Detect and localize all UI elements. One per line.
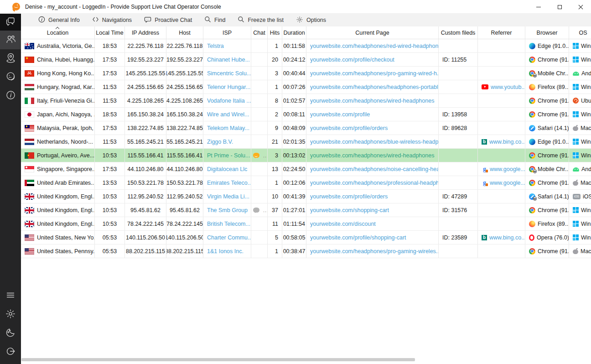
sidebar-item-chats[interactable]: [0, 14, 21, 31]
column-header-custom-fileds[interactable]: Custom fileds: [439, 26, 478, 39]
current-page-link[interactable]: yourwebsite.com/discount: [310, 221, 376, 227]
column-header-referrer[interactable]: Referrer: [478, 26, 525, 39]
close-button[interactable]: [570, 0, 591, 14]
table-row[interactable]: Hong Kong, Hong Ko...17:53145.255.125.55…: [21, 67, 591, 80]
isp-link[interactable]: Vodafone Italia ...: [207, 98, 251, 104]
column-header-local-time[interactable]: Local Time: [95, 26, 125, 39]
chat-cell: [251, 108, 268, 121]
current-page-link[interactable]: yourwebsite.com/headphones/wired-headpho…: [310, 152, 434, 159]
sidebar-item-menu[interactable]: [0, 286, 21, 305]
duration-cell: 01:02:57: [282, 94, 306, 107]
sidebar-item-settings-gear[interactable]: [0, 305, 21, 324]
table-row[interactable]: Singapore, Singapore...17:5344.110.246.8…: [21, 162, 591, 176]
location-text: China, Hubei, Huangg...: [37, 57, 95, 63]
current-page-link[interactable]: yourwebsite.com/headphones/pro-gaming-wi…: [310, 70, 439, 77]
table-row[interactable]: Netherlands, Noord-...11:5355.165.245.21…: [21, 135, 591, 149]
table-row[interactable]: Italy, Friuli-Venezia Gi...11:534.225.10…: [21, 94, 591, 108]
isp-link[interactable]: The Smb Group: [207, 207, 248, 213]
minimize-button[interactable]: [528, 0, 549, 14]
current-page-link[interactable]: yourwebsite.com/headphones/pro-gaming-wi…: [310, 248, 439, 255]
table-row[interactable]: China, Hubei, Huangg...17:53192.55.23.22…: [21, 53, 591, 67]
sidebar-item-info[interactable]: [0, 87, 21, 105]
table-header: LocationLocal TimeIP AddressHostISPChatH…: [21, 26, 591, 39]
isp-link[interactable]: Ziggo B.V.: [207, 139, 233, 145]
sidebar-item-dark-mode-moon[interactable]: [0, 324, 21, 343]
column-header-current-page[interactable]: Current Page: [306, 26, 439, 39]
location-text: Malaysia, Perak, Ipoh, ...: [37, 125, 95, 131]
column-header-chat[interactable]: Chat: [251, 26, 268, 39]
current-page-link[interactable]: yourwebsite.com/headphones/headphones-po…: [310, 84, 439, 90]
isp-link[interactable]: Telenor Hungar...: [207, 84, 250, 90]
current-page-link[interactable]: yourwebsite.com/profile/shopping-cart: [310, 234, 406, 241]
referrer-link[interactable]: www.bing.co...: [489, 234, 525, 241]
location-text: United States, Pennsy...: [37, 248, 95, 255]
column-header-browser[interactable]: Browser: [525, 26, 569, 39]
table-row[interactable]: Hungary, Nograd, Kar...11:5324.255.156.6…: [21, 80, 591, 94]
current-page-link[interactable]: yourwebsite.com/headphones/blue-wireless…: [310, 139, 439, 145]
maximize-button[interactable]: [549, 0, 570, 14]
current-page-link[interactable]: yourwebsite.com/profile/orders: [310, 125, 388, 131]
isp-link[interactable]: Digitalocean Llc: [207, 166, 247, 172]
table-row[interactable]: Australia, Victoria, Ge...18:5322.225.76…: [21, 39, 591, 53]
column-header-host[interactable]: Host: [166, 26, 203, 39]
isp-link[interactable]: 1&1 Ionos Inc.: [207, 248, 244, 255]
column-header-hits[interactable]: Hits: [268, 26, 282, 39]
ip-address-cell: 112.95.240.52: [125, 190, 166, 203]
toolbar-item-general-info[interactable]: General Info: [38, 16, 80, 24]
table-row[interactable]: United States, New Yo...05:53140.115.206…: [21, 231, 591, 244]
column-header-location[interactable]: Location: [21, 26, 95, 39]
referrer-link[interactable]: www.google...: [490, 180, 525, 186]
column-header-duration[interactable]: Duration: [282, 26, 306, 39]
referrer-link[interactable]: www.google...: [490, 166, 525, 172]
current-page-link[interactable]: yourwebsite.com/headphones/red-wired-hea…: [310, 43, 439, 49]
toolbar-item-options[interactable]: Options: [296, 16, 326, 25]
os-text: iOS: [583, 193, 591, 200]
current-page-link[interactable]: yourwebsite.com/profile/orders: [310, 193, 388, 200]
column-header-ip-address[interactable]: IP Address: [125, 26, 166, 39]
toolbar-item-find[interactable]: Find: [204, 16, 225, 24]
isp-link[interactable]: Pt Prime - Solu...: [207, 152, 250, 159]
toolbar-item-freeze-the-list[interactable]: Freeze the list: [238, 16, 284, 24]
browser-cell: MMobile Chr...: [525, 67, 569, 80]
current-page-link[interactable]: yourwebsite.com/profile: [310, 111, 370, 118]
search-icon: [204, 16, 211, 24]
isp-link[interactable]: Telstra: [207, 43, 224, 49]
current-page-link[interactable]: yourwebsite.com/headphones/wired-headpho…: [310, 98, 434, 104]
isp-link[interactable]: Virgin Media Li...: [207, 193, 249, 200]
sidebar-item-visitors[interactable]: [0, 31, 21, 49]
toolbar-item-proactive-chat[interactable]: Proactive Chat: [144, 16, 192, 24]
sidebar-item-geo-location[interactable]: [0, 49, 21, 68]
bing-icon: [482, 139, 487, 145]
flag-us-icon: [25, 248, 34, 255]
isp-link[interactable]: British Telecom...: [207, 221, 250, 227]
table-row[interactable]: Portugal, Aveiro, Ave...10:53115.55.166.…: [21, 149, 591, 162]
table-row[interactable]: United Kingdom, Engl...10:5395.45.81.629…: [21, 203, 591, 217]
isp-link[interactable]: Chinanet Hube...: [207, 57, 250, 63]
current-page-link[interactable]: yourwebsite.com/headphones/noise-cancell…: [310, 166, 439, 172]
info-circle-icon: [38, 16, 45, 24]
table-row[interactable]: United Kingdom, Engl...10:53112.95.240.5…: [21, 190, 591, 203]
table-row[interactable]: Malaysia, Perak, Ipoh, ...17:53138.222.7…: [21, 121, 591, 135]
isp-link[interactable]: Charter Commu...: [207, 234, 251, 241]
column-header-os[interactable]: OS: [569, 26, 591, 39]
chat-cell: [251, 162, 268, 176]
table-row[interactable]: United States, Pennsy...05:5388.202.215.…: [21, 244, 591, 258]
referrer-link[interactable]: www.youtub...: [491, 84, 525, 90]
toolbar-item-navigations[interactable]: Navigations: [92, 16, 132, 24]
isp-link[interactable]: Telekom Malay...: [207, 125, 249, 131]
column-header-isp[interactable]: ISP: [203, 26, 251, 39]
isp-cell: Ziggo B.V.: [203, 135, 251, 148]
isp-link[interactable]: Emirates Teleco...: [207, 180, 251, 186]
isp-link[interactable]: Wire and Wirel...: [207, 111, 249, 118]
horizontal-scrollbar-thumb[interactable]: [21, 358, 415, 361]
current-page-link[interactable]: yourwebsite.com/shopping-cart: [310, 207, 389, 213]
sidebar-item-operator[interactable]: [0, 68, 21, 87]
sidebar-item-logout[interactable]: [0, 343, 21, 361]
table-row[interactable]: United Kingdom, Engl...10:5378.24.222.14…: [21, 217, 591, 231]
table-row[interactable]: Japan, Aichi, Nagoya, ...18:53165.150.38…: [21, 108, 591, 121]
isp-link[interactable]: Simcentric Solu...: [207, 70, 251, 77]
current-page-link[interactable]: yourwebsite.com/headphones/professional-…: [310, 180, 439, 186]
table-row[interactable]: United Arab Emirates...13:53150.53.221.7…: [21, 176, 591, 190]
referrer-link[interactable]: www.bing.co...: [489, 139, 525, 145]
current-page-link[interactable]: yourwebsite.com/profile/checkout: [310, 57, 394, 63]
